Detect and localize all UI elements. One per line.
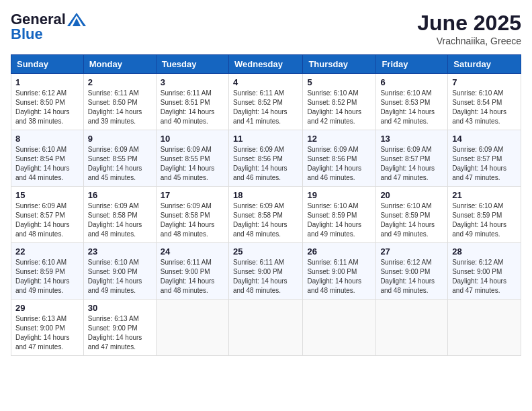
day-number: 17 <box>161 190 224 200</box>
day-number: 5 <box>307 77 371 87</box>
day-number: 26 <box>307 246 371 257</box>
calendar-day-cell: 16 Sunrise: 6:09 AMSunset: 8:58 PMDaylig… <box>83 187 156 243</box>
calendar-day-cell: 23 Sunrise: 6:10 AMSunset: 9:00 PMDaylig… <box>83 243 156 300</box>
logo: General Blue <box>11 11 86 43</box>
weekday-header: Sunday <box>11 55 84 74</box>
day-number: 2 <box>88 77 152 87</box>
day-info: Sunrise: 6:12 AMSunset: 9:00 PMDaylight:… <box>452 259 506 294</box>
day-number: 24 <box>161 246 224 257</box>
day-number: 23 <box>88 246 152 257</box>
day-info: Sunrise: 6:09 AMSunset: 8:57 PMDaylight:… <box>452 146 506 181</box>
day-info: Sunrise: 6:09 AMSunset: 8:56 PMDaylight:… <box>233 146 287 181</box>
calendar-day-cell: 22 Sunrise: 6:10 AMSunset: 8:59 PMDaylig… <box>11 243 84 300</box>
weekday-header: Monday <box>83 55 156 74</box>
calendar-day-cell: 19 Sunrise: 6:10 AMSunset: 8:59 PMDaylig… <box>303 187 376 243</box>
location: Vrachnaiika, Greece <box>417 36 521 46</box>
calendar-week-row: 29 Sunrise: 6:13 AMSunset: 9:00 PMDaylig… <box>11 300 521 356</box>
day-number: 18 <box>233 190 298 200</box>
day-info: Sunrise: 6:10 AMSunset: 8:54 PMDaylight:… <box>452 89 506 125</box>
day-info: Sunrise: 6:09 AMSunset: 8:55 PMDaylight:… <box>161 146 215 181</box>
day-number: 29 <box>15 303 79 313</box>
calendar-day-cell: 10 Sunrise: 6:09 AMSunset: 8:55 PMDaylig… <box>156 130 228 187</box>
day-info: Sunrise: 6:11 AMSunset: 8:50 PMDaylight:… <box>88 89 142 125</box>
calendar-day-cell: 28 Sunrise: 6:12 AMSunset: 9:00 PMDaylig… <box>448 243 521 300</box>
day-info: Sunrise: 6:09 AMSunset: 8:58 PMDaylight:… <box>233 202 287 238</box>
day-number: 4 <box>233 77 298 87</box>
day-info: Sunrise: 6:09 AMSunset: 8:56 PMDaylight:… <box>307 146 361 181</box>
logo-icon <box>67 13 86 26</box>
day-info: Sunrise: 6:10 AMSunset: 8:54 PMDaylight:… <box>15 146 70 181</box>
month-title: June 2025 <box>417 11 521 36</box>
calendar-day-cell: 5 Sunrise: 6:10 AMSunset: 8:52 PMDayligh… <box>303 74 376 130</box>
calendar-day-cell: 1 Sunrise: 6:12 AMSunset: 8:50 PMDayligh… <box>11 74 84 130</box>
weekday-header: Thursday <box>303 55 376 74</box>
calendar-day-cell: 29 Sunrise: 6:13 AMSunset: 9:00 PMDaylig… <box>11 300 84 356</box>
calendar-day-cell: 7 Sunrise: 6:10 AMSunset: 8:54 PMDayligh… <box>448 74 521 130</box>
calendar-day-cell: 14 Sunrise: 6:09 AMSunset: 8:57 PMDaylig… <box>448 130 521 187</box>
day-info: Sunrise: 6:10 AMSunset: 8:52 PMDaylight:… <box>307 89 361 125</box>
day-info: Sunrise: 6:11 AMSunset: 8:51 PMDaylight:… <box>161 89 215 125</box>
day-number: 28 <box>452 246 517 257</box>
day-info: Sunrise: 6:11 AMSunset: 9:00 PMDaylight:… <box>161 259 215 294</box>
calendar-day-cell: 25 Sunrise: 6:11 AMSunset: 9:00 PMDaylig… <box>228 243 302 300</box>
calendar-day-cell: 24 Sunrise: 6:11 AMSunset: 9:00 PMDaylig… <box>156 243 228 300</box>
day-info: Sunrise: 6:11 AMSunset: 9:00 PMDaylight:… <box>307 259 361 294</box>
day-info: Sunrise: 6:13 AMSunset: 9:00 PMDaylight:… <box>15 315 70 351</box>
calendar-day-cell: 13 Sunrise: 6:09 AMSunset: 8:57 PMDaylig… <box>376 130 448 187</box>
calendar-day-cell: 18 Sunrise: 6:09 AMSunset: 8:58 PMDaylig… <box>228 187 302 243</box>
day-info: Sunrise: 6:12 AMSunset: 8:50 PMDaylight:… <box>15 89 70 125</box>
day-info: Sunrise: 6:10 AMSunset: 8:59 PMDaylight:… <box>15 259 70 294</box>
day-number: 13 <box>380 134 443 144</box>
day-number: 15 <box>15 190 79 200</box>
day-number: 16 <box>88 190 152 200</box>
day-info: Sunrise: 6:10 AMSunset: 8:59 PMDaylight:… <box>380 202 435 238</box>
title-block: June 2025 Vrachnaiika, Greece <box>417 11 521 46</box>
day-number: 25 <box>233 246 298 257</box>
calendar-day-cell: 15 Sunrise: 6:09 AMSunset: 8:57 PMDaylig… <box>11 187 84 243</box>
day-number: 7 <box>452 77 517 87</box>
calendar-header-row: SundayMondayTuesdayWednesdayThursdayFrid… <box>11 55 521 74</box>
weekday-header: Friday <box>376 55 448 74</box>
calendar-week-row: 8 Sunrise: 6:10 AMSunset: 8:54 PMDayligh… <box>11 130 521 187</box>
calendar-day-cell: 6 Sunrise: 6:10 AMSunset: 8:53 PMDayligh… <box>376 74 448 130</box>
weekday-header: Saturday <box>448 55 521 74</box>
day-number: 8 <box>15 134 79 144</box>
day-info: Sunrise: 6:09 AMSunset: 8:57 PMDaylight:… <box>15 202 70 238</box>
day-number: 21 <box>452 190 517 200</box>
calendar-week-row: 1 Sunrise: 6:12 AMSunset: 8:50 PMDayligh… <box>11 74 521 130</box>
calendar-day-cell: 9 Sunrise: 6:09 AMSunset: 8:55 PMDayligh… <box>83 130 156 187</box>
day-number: 22 <box>15 246 79 257</box>
calendar-day-cell: 11 Sunrise: 6:09 AMSunset: 8:56 PMDaylig… <box>228 130 302 187</box>
day-number: 3 <box>161 77 224 87</box>
calendar-day-cell: 3 Sunrise: 6:11 AMSunset: 8:51 PMDayligh… <box>156 74 228 130</box>
calendar-day-cell: 4 Sunrise: 6:11 AMSunset: 8:52 PMDayligh… <box>228 74 302 130</box>
day-info: Sunrise: 6:11 AMSunset: 8:52 PMDaylight:… <box>233 89 287 125</box>
weekday-header: Tuesday <box>156 55 228 74</box>
day-info: Sunrise: 6:09 AMSunset: 8:58 PMDaylight:… <box>161 202 215 238</box>
calendar-week-row: 15 Sunrise: 6:09 AMSunset: 8:57 PMDaylig… <box>11 187 521 243</box>
day-info: Sunrise: 6:10 AMSunset: 8:59 PMDaylight:… <box>307 202 361 238</box>
day-info: Sunrise: 6:13 AMSunset: 9:00 PMDaylight:… <box>88 315 142 351</box>
day-number: 6 <box>380 77 443 87</box>
logo-blue-text: Blue <box>11 26 43 43</box>
calendar-day-cell <box>448 300 521 356</box>
day-number: 12 <box>307 134 371 144</box>
calendar-day-cell <box>228 300 302 356</box>
day-info: Sunrise: 6:09 AMSunset: 8:55 PMDaylight:… <box>88 146 142 181</box>
calendar-table: SundayMondayTuesdayWednesdayThursdayFrid… <box>11 54 521 356</box>
day-number: 14 <box>452 134 517 144</box>
calendar-day-cell <box>376 300 448 356</box>
calendar-day-cell: 21 Sunrise: 6:10 AMSunset: 8:59 PMDaylig… <box>448 187 521 243</box>
calendar-day-cell: 20 Sunrise: 6:10 AMSunset: 8:59 PMDaylig… <box>376 187 448 243</box>
calendar-day-cell: 17 Sunrise: 6:09 AMSunset: 8:58 PMDaylig… <box>156 187 228 243</box>
page-header: General Blue June 2025 Vrachnaiika, Gree… <box>11 11 521 46</box>
day-number: 10 <box>161 134 224 144</box>
weekday-header: Wednesday <box>228 55 302 74</box>
calendar-day-cell <box>303 300 376 356</box>
calendar-week-row: 22 Sunrise: 6:10 AMSunset: 8:59 PMDaylig… <box>11 243 521 300</box>
calendar-day-cell: 12 Sunrise: 6:09 AMSunset: 8:56 PMDaylig… <box>303 130 376 187</box>
day-number: 19 <box>307 190 371 200</box>
calendar-day-cell: 8 Sunrise: 6:10 AMSunset: 8:54 PMDayligh… <box>11 130 84 187</box>
day-info: Sunrise: 6:09 AMSunset: 8:58 PMDaylight:… <box>88 202 142 238</box>
day-number: 27 <box>380 246 443 257</box>
